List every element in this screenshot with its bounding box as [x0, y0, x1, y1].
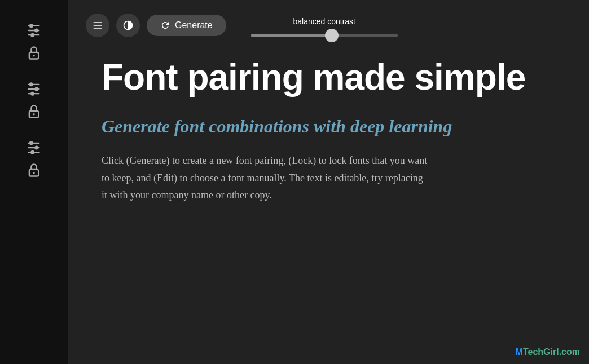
sidebar-group-3 [26, 140, 42, 178]
watermark: MTechGirl.com [516, 347, 580, 357]
content-area: Font pairing made simple Generate font c… [68, 46, 589, 364]
svg-rect-26 [94, 28, 102, 29]
contrast-slider-container: balanced contrast [251, 14, 398, 37]
body-paragraph[interactable]: Click (Generate) to create a new font pa… [102, 152, 429, 204]
svg-point-23 [33, 172, 35, 174]
sliders-icon-2[interactable] [26, 81, 42, 97]
sidebar-group-2 [26, 81, 42, 119]
watermark-text: TechGirl.com [523, 347, 580, 357]
sidebar [0, 0, 68, 364]
toolbar: Generate balanced contrast [68, 0, 589, 46]
watermark-prefix: M [516, 347, 523, 357]
sub-heading[interactable]: Generate font combinations with deep lea… [102, 115, 555, 139]
svg-point-15 [33, 113, 35, 116]
svg-point-5 [30, 33, 34, 37]
svg-point-4 [34, 29, 38, 33]
svg-point-3 [29, 24, 33, 28]
svg-rect-25 [94, 25, 102, 26]
svg-point-13 [30, 92, 34, 96]
list-view-button[interactable] [86, 14, 109, 37]
sliders-icon-3[interactable] [26, 140, 42, 156]
generate-label: Generate [175, 20, 213, 30]
generate-button[interactable]: Generate [147, 15, 226, 36]
contrast-slider[interactable] [251, 34, 398, 37]
svg-point-20 [34, 146, 38, 150]
svg-point-7 [33, 55, 35, 57]
main-panel: Generate balanced contrast Font pairing … [68, 0, 589, 364]
lock-icon-2[interactable] [26, 104, 42, 119]
main-heading[interactable]: Font pairing made simple [102, 57, 555, 97]
slider-fill [251, 34, 332, 37]
svg-point-21 [30, 150, 34, 154]
lock-icon-1[interactable] [26, 45, 42, 61]
sliders-icon-1[interactable] [26, 23, 42, 38]
svg-point-19 [29, 141, 33, 145]
slider-thumb[interactable] [325, 29, 339, 42]
sidebar-group-1 [26, 23, 42, 61]
svg-point-11 [29, 82, 33, 86]
svg-rect-24 [94, 22, 102, 23]
lock-icon-3[interactable] [26, 162, 42, 178]
slider-tooltip: balanced contrast [285, 14, 363, 29]
svg-point-12 [34, 87, 38, 91]
contrast-button[interactable] [116, 14, 140, 37]
